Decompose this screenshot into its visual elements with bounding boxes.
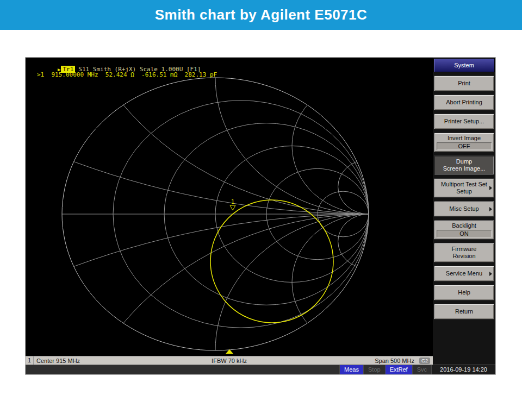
channel-number: 1 [26, 356, 34, 365]
softkey-print[interactable]: Print [434, 76, 494, 91]
analyzer-display: 1 ▶Tr1S11 Smith (R+jX) Scale 1.000U [F1]… [26, 58, 433, 365]
stimulus-status-bar: 1 Center 915 MHz IFBW 70 kHz Span 500 MH… [26, 356, 433, 365]
stop-indicator: Stop [363, 365, 385, 374]
softkey-printer-setup[interactable]: Printer Setup... [434, 114, 494, 129]
menu-filler [433, 319, 495, 365]
softkey-service-menu[interactable]: Service Menu [434, 266, 494, 281]
ifbw-value: IFBW 70 kHz [212, 358, 247, 364]
submenu-arrow-icon [489, 207, 492, 211]
softkey-help[interactable]: Help [434, 285, 494, 300]
softkey-invert-image[interactable]: Invert Image OFF [434, 133, 494, 152]
banner-title: Smith chart by Agilent E5071C [155, 7, 368, 23]
span-value: Span 500 MHz [375, 358, 414, 364]
invert-image-state: OFF [437, 142, 492, 150]
softkey-return[interactable]: Return [434, 304, 494, 319]
banner: Smith chart by Agilent E5071C [0, 0, 522, 30]
extref-indicator: ExtRef [385, 365, 412, 374]
instrument-screen: 1 ▶Tr1S11 Smith (R+jX) Scale 1.000U [F1]… [25, 57, 496, 375]
instrument-status-bar: Meas Stop ExtRef Svc 2016-09-19 14:20 [26, 365, 495, 374]
meas-indicator: Meas [339, 365, 363, 374]
softkey-misc-setup[interactable]: Misc Setup [434, 201, 494, 217]
trace-title-bar: ▶Tr1S11 Smith (R+jX) Scale 1.000U [F1] [26, 58, 433, 67]
softkey-multiport-test-set-setup[interactable]: Multiport Test Set Setup [434, 178, 494, 198]
g2-badge: G2 [419, 358, 430, 364]
submenu-arrow-icon [489, 186, 492, 190]
softkey-firmware-revision[interactable]: Firmware Revision [434, 243, 494, 262]
softkey-dump-screen-image[interactable]: Dump Screen Image... [434, 155, 494, 175]
marker-readout: >1 915.00000 MHz 52.424 Ω -616.51 mΩ 282… [26, 71, 433, 79]
chart-area [26, 79, 433, 356]
svc-indicator: Svc [412, 365, 431, 374]
backlight-state: ON [437, 230, 492, 237]
datetime-display: 2016-09-19 14:20 [431, 365, 495, 374]
softkey-abort-printing[interactable]: Abort Printing [434, 95, 494, 110]
softkey-menu: System Print Abort Printing Printer Setu… [433, 58, 495, 365]
softkey-backlight[interactable]: Backlight ON [434, 220, 494, 240]
submenu-arrow-icon [489, 272, 492, 276]
menu-title-system: System [433, 58, 495, 72]
center-frequency: Center 915 MHz [34, 358, 80, 364]
